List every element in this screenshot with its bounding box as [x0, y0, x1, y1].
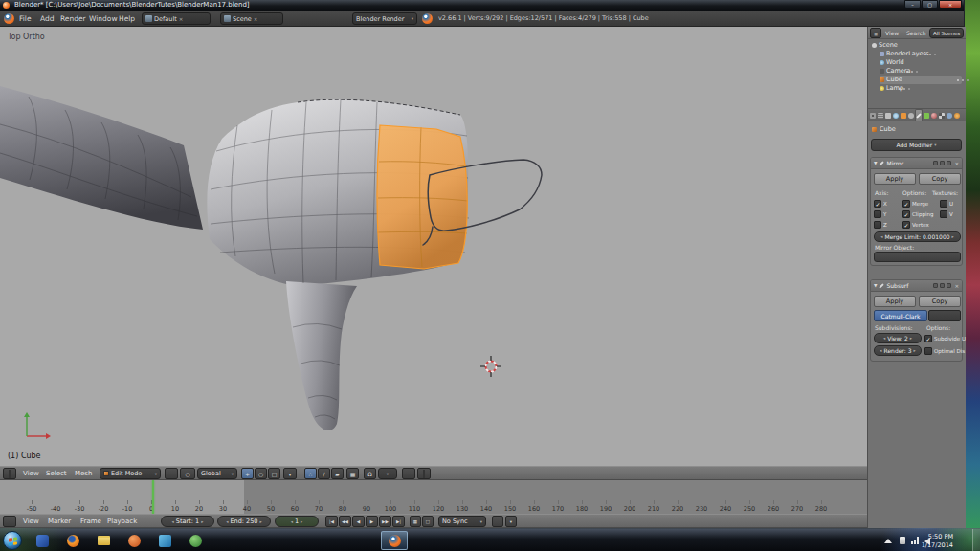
checkbox-unchecked[interactable]	[924, 347, 932, 355]
maximize-button[interactable]: ▢	[922, 0, 938, 9]
tab-object-data[interactable]	[923, 109, 930, 121]
current-frame-indicator[interactable]	[152, 480, 154, 514]
mirror-object-field[interactable]	[874, 252, 961, 262]
outliner-item-world[interactable]: World	[880, 58, 904, 67]
outliner-editor-type-button[interactable]: ≡	[870, 28, 881, 38]
decrement-icon[interactable]: ◂	[226, 519, 228, 524]
viewport-3d[interactable]: Top Ortho (1) Cube	[0, 27, 867, 466]
subsurf-panel-header[interactable]: ▼ Subsurf ×	[871, 280, 962, 292]
outliner-scope-selector[interactable]: All Scenes	[929, 28, 964, 38]
snap-toggle-button[interactable]: Ω	[364, 468, 376, 479]
axis-z-checkbox-row[interactable]: Z	[874, 220, 887, 229]
tab-scene[interactable]	[884, 109, 892, 121]
increment-icon[interactable]: ▸	[201, 519, 203, 524]
timeline-menu-marker[interactable]: Marker	[48, 515, 71, 529]
jump-to-end-button[interactable]: ▶|	[392, 516, 405, 527]
catmull-clark-button[interactable]: Catmull-Clark	[874, 310, 927, 321]
tray-hidden-icons-button[interactable]	[884, 539, 892, 543]
transform-orientation-selector[interactable]: Global ▾	[197, 468, 237, 479]
merge-checkbox-row[interactable]: ✓ Merge	[902, 199, 928, 208]
mode-selector[interactable]: Edit Mode ▾	[100, 468, 161, 479]
play-reverse-button[interactable]: ◀	[352, 516, 365, 527]
delete-modifier-icon[interactable]: ×	[954, 161, 959, 166]
taskbar-app-blue[interactable]	[151, 531, 178, 550]
simple-button[interactable]	[928, 310, 961, 321]
window-titlebar[interactable]: Blender* [C:\Users\Joe\Documents\Blender…	[0, 0, 964, 11]
optimal-display-checkbox-row[interactable]: Optimal Dis	[924, 346, 965, 355]
auto-keyframe-button[interactable]	[492, 516, 503, 527]
screen-layout-selector[interactable]: Default ×	[142, 12, 211, 25]
viewport-visibility-toggle[interactable]	[940, 161, 945, 165]
keying-set-button[interactable]: □	[422, 516, 434, 527]
limit-to-visible-button[interactable]: ▦	[346, 468, 359, 479]
sync-mode-selector[interactable]: No Sync ▾	[438, 516, 486, 527]
subsurf-copy-button[interactable]: Copy	[919, 296, 961, 307]
menu-add[interactable]: Add	[40, 11, 55, 27]
decrement-icon[interactable]: ◂	[883, 336, 885, 341]
tray-action-center-icon[interactable]	[900, 537, 905, 544]
texture-v-checkbox-row[interactable]: V	[940, 209, 953, 218]
blender-menu-icon[interactable]	[4, 13, 14, 24]
restrict-icons[interactable]	[899, 88, 901, 90]
clock-time[interactable]: 5:50 PM	[915, 533, 953, 540]
pivot-point-button[interactable]: ○	[180, 468, 195, 479]
checkbox-checked[interactable]: ✓	[902, 210, 910, 218]
start-button[interactable]	[3, 531, 22, 550]
texture-u-checkbox-row[interactable]: U	[940, 199, 953, 208]
tab-world[interactable]	[892, 109, 900, 121]
taskbar-app-orange[interactable]	[121, 531, 147, 550]
tab-modifiers[interactable]	[915, 109, 923, 121]
clipping-checkbox-row[interactable]: ✓ Clipping	[902, 209, 933, 218]
vertex-select-button[interactable]: ∴	[304, 468, 317, 479]
increment-icon[interactable]: ▸	[260, 519, 262, 524]
viewport-visibility-toggle[interactable]	[940, 283, 945, 288]
decrement-icon[interactable]: ◂	[880, 234, 882, 239]
outliner-item-lamp[interactable]: Lamp	[880, 84, 903, 93]
increment-icon[interactable]: ▸	[914, 348, 916, 353]
taskbar-app-explorer[interactable]	[90, 531, 117, 550]
outliner-item-scene[interactable]: Scene	[872, 41, 898, 50]
outliner-item-cube[interactable]: Cube	[880, 76, 962, 84]
taskbar-app-blender-active[interactable]	[381, 531, 408, 550]
blender-splash-icon[interactable]	[422, 13, 433, 24]
screen-layout-unlink-icon[interactable]: ×	[179, 16, 184, 22]
mirror-copy-button[interactable]: Copy	[919, 173, 961, 185]
tab-texture[interactable]	[938, 109, 946, 121]
timeline-editor-type-button[interactable]	[3, 516, 16, 527]
jump-to-start-button[interactable]: |◀	[325, 516, 338, 527]
timeline-menu-playback[interactable]: Playback	[107, 515, 137, 529]
start-frame-field[interactable]: ◂ Start: 1 ▸	[161, 516, 214, 527]
selected-faces[interactable]	[377, 125, 467, 269]
preview-range-button[interactable]: ▦	[410, 516, 421, 527]
checkbox-checked[interactable]: ✓	[874, 200, 881, 208]
face-select-button[interactable]: ▰	[331, 468, 344, 479]
viewport-canvas[interactable]	[0, 27, 867, 466]
outliner-item-camera[interactable]: Camera	[880, 67, 911, 76]
axis-x-checkbox-row[interactable]: ✓ X	[874, 199, 887, 208]
viewport-menu-select[interactable]: Select	[46, 467, 67, 481]
menu-window[interactable]: Window	[89, 11, 118, 27]
timeline-ruler[interactable]: -50-40-30-20-100102030405060708090100110…	[0, 480, 867, 514]
previous-keyframe-button[interactable]: ◀◀	[339, 516, 351, 527]
collapse-icon[interactable]: ▼	[874, 283, 877, 288]
checkbox-checked[interactable]: ✓	[902, 200, 910, 208]
restrict-icons[interactable]	[906, 71, 908, 73]
manipulator-axis-button[interactable]: ▾	[283, 468, 297, 479]
checkbox-unchecked[interactable]	[874, 221, 881, 229]
decrement-icon[interactable]: ◂	[172, 519, 174, 524]
manipulator-scale-button[interactable]: □	[268, 468, 280, 479]
decrement-icon[interactable]: ◂	[291, 519, 293, 524]
checkbox-unchecked[interactable]	[940, 210, 947, 218]
editmode-visibility-toggle[interactable]	[947, 283, 951, 288]
outliner-item-renderlayers[interactable]: RenderLayers	[880, 50, 929, 58]
menu-file[interactable]: File	[19, 11, 32, 27]
end-frame-field[interactable]: ◂ End: 250 ▸	[217, 516, 271, 527]
tab-render[interactable]	[869, 109, 877, 121]
tab-physics[interactable]	[953, 109, 961, 121]
restrict-icons[interactable]	[924, 54, 926, 55]
render-visibility-toggle[interactable]	[933, 161, 938, 165]
menu-render[interactable]: Render	[60, 11, 86, 27]
tab-particles[interactable]	[946, 109, 953, 121]
checkbox-unchecked[interactable]	[874, 210, 881, 218]
tab-object[interactable]	[900, 109, 907, 121]
